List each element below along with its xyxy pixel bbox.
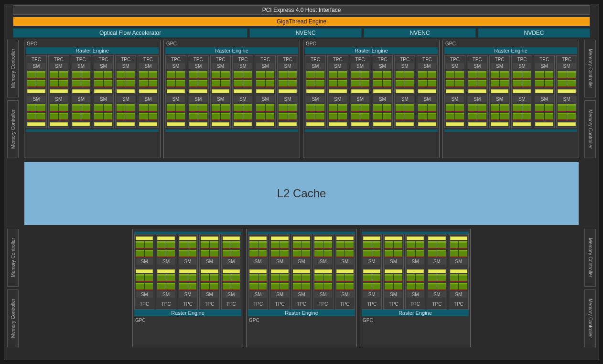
rt-tensor-block [256,122,274,126]
sm-label: SM [329,96,347,102]
sm-label: SM [491,63,509,69]
tpc-label: TPC [314,301,332,308]
tpc-label: TPC [293,301,310,308]
sm-label: SM [351,96,369,102]
cuda-cores-block [535,71,553,79]
cuda-cores-block [157,250,174,257]
sm-label: SM [271,291,288,298]
cuda-cores-block [256,80,274,87]
tpc-label: TPC [396,57,414,63]
tpc: TPCSMSM [394,55,415,128]
cuda-cores-block [167,113,185,120]
sm-core: SM [385,236,402,266]
cuda-cores-block [271,283,288,290]
rt-tensor-block [491,122,509,126]
rt-tensor-block [94,122,112,126]
sm-core: SM [373,63,391,93]
cuda-cores-block [94,71,112,79]
cuda-cores-block [279,113,297,120]
cuda-cores-block [418,71,436,79]
cuda-cores-block [491,113,509,120]
sm-label: SM [223,291,240,298]
rt-tensor-block [50,89,68,93]
polymorph-engine-strip [26,129,159,132]
sm-label: SM [385,258,402,265]
cuda-cores-block [306,71,324,79]
tpc-label: TPC [234,57,252,63]
sm-core: SM [117,63,135,93]
cuda-cores-block [189,104,207,112]
tpc-label: TPC [271,301,288,308]
sm-core: SM [27,63,45,93]
rt-tensor-block [201,236,218,240]
sm-core: SM [468,96,486,126]
tpc-label: TPC [418,57,436,63]
gpc-label: GPC [165,41,298,47]
sm-core: SM [189,63,207,93]
tpc: TPCSMSM [534,55,555,128]
cuda-cores-block [446,80,464,87]
tpc: TPCSMSM [444,55,465,128]
sm-label: SM [212,63,230,69]
sm-label: SM [396,96,414,102]
cuda-cores-block [407,241,424,249]
sm-label: SM [167,96,185,102]
tpc-label: TPC [373,57,391,63]
sm-label: SM [306,63,324,69]
sm-core: SM [450,236,467,266]
polymorph-engine-strip [444,129,577,132]
sm-label: SM [136,258,153,265]
sm-core: SM [94,63,112,93]
tpc: SMSMTPC [313,234,333,310]
sm-label: SM [234,96,252,102]
sm-core: SM [558,96,576,126]
cuda-cores-block [558,80,576,87]
sm-label: SM [418,96,436,102]
cuda-cores-block [271,241,288,249]
sm-label: SM [27,63,45,69]
rt-tensor-block [446,89,464,93]
gpc: GPCRaster EngineTPCSMSMTPCSMSMTPCSMSMTPC… [303,40,440,158]
top-row: Memory ControllerMemory Controller GPCRa… [7,40,596,158]
cuda-cores-block [249,241,267,249]
cuda-cores-block [27,113,45,120]
rt-tensor-block [293,269,310,273]
sm-core: SM [407,268,424,299]
sm-label: SM [117,63,135,69]
sm-core: SM [234,96,252,126]
sm-label: SM [157,258,174,265]
tpc-label: TPC [329,57,347,63]
sm-core: SM [306,63,324,93]
sm-label: SM [373,96,391,102]
cuda-cores-block [446,71,464,79]
cuda-cores-block [279,71,297,79]
sm-core: SM [94,96,112,126]
rt-tensor-block [249,236,267,240]
cuda-cores-block [249,250,267,257]
sm-label: SM [468,63,486,69]
cuda-cores-block [293,241,310,249]
sm-label: SM [279,96,297,102]
sm-core: SM [535,63,553,93]
cuda-cores-block [179,283,196,290]
sm-core: SM [363,236,380,266]
tpc-label: TPC [407,301,424,308]
cuda-cores-block [314,241,332,249]
sm-label: SM [279,63,297,69]
cuda-cores-block [336,274,354,282]
tpc-label: TPC [139,57,157,63]
sm-label: SM [513,96,531,102]
tpc-label: TPC [189,57,207,63]
rt-tensor-block [396,89,414,93]
tpc: TPCSMSM [350,55,371,128]
sm-label: SM [94,63,112,69]
tpc-label: TPC [446,57,464,63]
cuda-cores-block [428,274,445,282]
cuda-cores-block [314,283,332,290]
sm-core: SM [50,63,68,93]
memory-controller: Memory Controller [584,40,596,97]
sm-label: SM [256,96,274,102]
tpc-label: TPC [513,57,531,63]
rt-tensor-block [513,122,531,126]
sm-core: SM [27,96,45,126]
